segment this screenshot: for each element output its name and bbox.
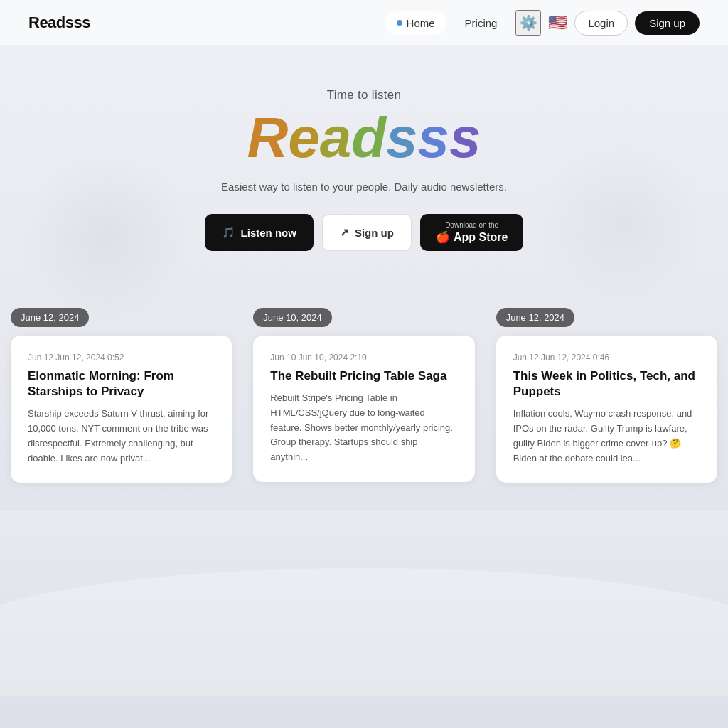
logo-letter-d: d — [351, 106, 386, 169]
card-2: Jun 10 Jun 10, 2024 2:10 The Rebuilt Pri… — [253, 336, 474, 482]
logo-letter-s1: s — [386, 106, 418, 169]
hero-tagline: Time to listen — [327, 88, 402, 102]
logo-letter-s3: s — [449, 106, 481, 169]
appstore-big-text: 🍎 App Store — [436, 230, 508, 244]
card-3: Jun 12 Jun 12, 2024 0:46 This Week in Po… — [496, 336, 717, 483]
logo-letter-s2: s — [418, 106, 450, 169]
bg-decoration-right — [529, 131, 714, 316]
appstore-label: App Store — [454, 231, 508, 244]
home-dot-icon — [397, 20, 402, 26]
card-2-body: Rebuilt Stripe's Pricing Table in HTML/C… — [270, 391, 457, 465]
card-1-date-badge: June 12, 2024 — [11, 308, 89, 327]
card-2-title: The Rebuilt Pricing Table Saga — [270, 368, 457, 384]
wave-decoration — [0, 568, 728, 696]
nav-pricing-link[interactable]: Pricing — [454, 11, 509, 35]
card-1-meta: Jun 12 Jun 12, 2024 0:52 — [28, 353, 215, 363]
card-3-body: Inflation cools, Waymo crash response, a… — [513, 407, 700, 466]
logo-letter-R: R — [247, 106, 288, 169]
hero-signup-button[interactable]: ↗ Sign up — [322, 214, 412, 251]
logo-letter-a: a — [320, 106, 352, 169]
card-wrapper-1: June 12, 2024 Jun 12 Jun 12, 2024 0:52 E… — [0, 308, 242, 483]
hero-logo: Readsss — [247, 109, 481, 166]
signup-button[interactable]: Sign up — [635, 11, 700, 35]
apple-icon: 🍎 — [436, 230, 450, 244]
card-2-date-badge: June 10, 2024 — [253, 308, 331, 327]
login-button[interactable]: Login — [574, 11, 628, 36]
card-3-meta: Jun 12 Jun 12, 2024 0:46 — [513, 353, 700, 363]
flag-icon: 🇺🇸 — [548, 14, 567, 32]
card-1: Jun 12 Jun 12, 2024 0:52 Elonmatic Morni… — [11, 336, 232, 483]
music-icon: 🎵 — [222, 226, 235, 239]
listen-now-label: Listen now — [241, 227, 296, 239]
logo-letter-e: e — [288, 106, 320, 169]
app-store-button[interactable]: Download on the 🍎 App Store — [420, 214, 523, 251]
hero-signup-label: Sign up — [355, 227, 394, 239]
card-3-date-badge: June 12, 2024 — [496, 308, 574, 327]
card-3-title: This Week in Politics, Tech, and Puppets — [513, 368, 700, 400]
settings-button[interactable]: ⚙️ — [515, 10, 541, 36]
brand-logo: Readsss — [28, 14, 90, 32]
card-1-title: Elonmatic Morning: From Starships to Pri… — [28, 368, 215, 400]
hero-description: Easiest way to listen to your people. Da… — [221, 181, 507, 193]
nav-links: Home Pricing ⚙️ 🇺🇸 Login Sign up — [385, 10, 700, 36]
listen-now-button[interactable]: 🎵 Listen now — [205, 214, 314, 251]
bottom-section — [0, 511, 728, 696]
nav-home-label: Home — [407, 17, 435, 29]
bg-decoration-left — [14, 145, 199, 330]
card-1-body: Starship exceeds Saturn V thrust, aiming… — [28, 407, 215, 466]
card-wrapper-3: June 12, 2024 Jun 12 Jun 12, 2024 0:46 T… — [486, 308, 728, 483]
card-2-meta: Jun 10 Jun 10, 2024 2:10 — [270, 353, 457, 363]
cards-container: June 12, 2024 Jun 12 Jun 12, 2024 0:52 E… — [0, 308, 728, 483]
hero-cta-buttons: 🎵 Listen now ↗ Sign up Download on the 🍎… — [205, 214, 524, 251]
navbar: Readsss Home Pricing ⚙️ 🇺🇸 Login Sign up — [0, 0, 728, 46]
external-link-icon: ↗ — [340, 226, 349, 239]
nav-home-link[interactable]: Home — [385, 11, 446, 35]
hero-section: Time to listen Readsss Easiest way to li… — [0, 46, 728, 308]
card-wrapper-2: June 10, 2024 Jun 10 Jun 10, 2024 2:10 T… — [242, 308, 485, 482]
appstore-small-text: Download on the — [445, 221, 498, 229]
cards-section: June 12, 2024 Jun 12 Jun 12, 2024 0:52 E… — [0, 308, 728, 511]
